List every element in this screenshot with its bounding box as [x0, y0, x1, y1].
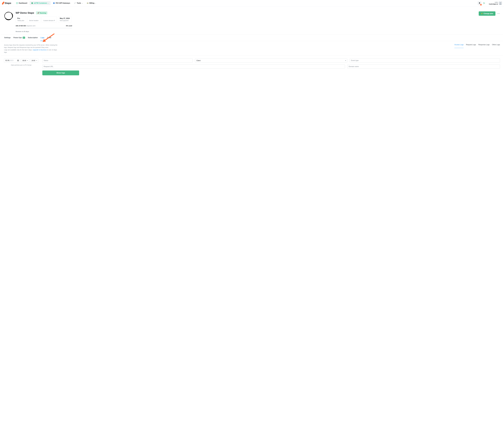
wrench-icon: [74, 2, 76, 4]
user-block[interactable]: Hello ira@stape.io: [489, 1, 502, 5]
usage-count: 336 of 500 000: [16, 25, 26, 26]
svg-rect-3: [17, 3, 18, 4]
rocket-icon: 🚀: [37, 12, 39, 14]
custom-domain-label: Custom domain IP: [43, 20, 55, 21]
tab-powerups-label: Power-Ups: [13, 37, 22, 39]
notifications-button[interactable]: 4: [477, 1, 481, 5]
usage-progress-bar: [16, 28, 72, 28]
usage-percent: 0% used: [66, 25, 72, 26]
tab-settings-label: Settings: [4, 37, 11, 39]
nav-fbcapi-label: FB CAPI Gateways: [56, 2, 70, 4]
logout-icon: [483, 2, 485, 4]
container-title: WP Demo Stape: [16, 11, 34, 14]
bolt-icon: ⚡: [481, 13, 483, 15]
svg-marker-5: [53, 2, 55, 4]
calendar-icon: [17, 60, 19, 61]
nav-dashboard-label: Dashboard: [19, 2, 27, 4]
svg-point-11: [5, 12, 13, 19]
container-avatar-icon: [4, 11, 13, 20]
logo-icon: [2, 2, 4, 5]
logs-desc-line1: Access logs show the requests received b…: [4, 44, 61, 49]
plan-sub: Yearly plan: [17, 20, 24, 21]
domain-name-input[interactable]: [347, 64, 500, 69]
info-cards: Pro Yearly plan Server location Custom d…: [16, 16, 476, 23]
nav-sgtm-containers[interactable]: sGTM Containers ⌄: [30, 1, 51, 5]
date-year: 2023: [10, 60, 13, 61]
event-type-input[interactable]: [350, 58, 500, 63]
tab-logs-label: Logs: [41, 37, 44, 39]
avatar: [499, 1, 502, 5]
subtab-access-logs[interactable]: Access Logs: [454, 44, 464, 48]
hexagon-icon: [53, 2, 55, 4]
logout-button[interactable]: [482, 1, 486, 5]
upgrade-link[interactable]: Upgrade to Business: [33, 49, 47, 51]
more-options-button[interactable]: •••: [497, 12, 500, 15]
plan-name: Pro: [17, 17, 24, 19]
change-plan-label: Change plan: [484, 13, 493, 15]
nav-tools-label: Tools: [77, 2, 81, 4]
bell-icon: [479, 2, 480, 4]
chevron-down-icon: ⌄: [95, 2, 96, 4]
server-location-label: Server location: [29, 20, 38, 21]
renews-label: Renews in 25 days: [16, 31, 476, 32]
usage-label: requests sent: [26, 25, 35, 26]
status-input[interactable]: [42, 58, 193, 63]
tab-settings[interactable]: Settings: [4, 35, 11, 41]
svg-rect-7: [87, 3, 89, 3]
show-logs-label: Show logs: [56, 72, 65, 74]
nav-dashboard[interactable]: Dashboard: [15, 1, 29, 5]
panel-header: WP Demo Stape 🚀 Running Pro Yearly plan …: [1, 8, 503, 34]
usage-row: 336 of 500 000 requests sent 0% used: [16, 25, 72, 26]
show-logs-button[interactable]: Show logs: [42, 70, 79, 75]
nav-fb-capi[interactable]: FB CAPI Gateways: [51, 1, 72, 5]
status-badge: 🚀 Running: [36, 11, 47, 14]
server-location-card: Server location: [27, 16, 40, 23]
nav-billing-label: Billing: [90, 2, 94, 4]
user-icon: [499, 2, 502, 5]
time-from-select[interactable]: 00:00: [21, 58, 29, 63]
credit-card-icon: [87, 2, 89, 4]
hexagon-icon: [31, 2, 33, 4]
powerups-badge: 2: [23, 37, 25, 39]
subtab-request-logs[interactable]: Request Logs: [466, 44, 476, 48]
logs-desc-line2a: Logs are available only for the last 3 d…: [4, 49, 33, 51]
tab-subscription[interactable]: Subscription: [28, 35, 38, 41]
request-url-input[interactable]: [42, 64, 345, 69]
next-payment-date: May 27, 2024: [60, 17, 70, 19]
nav-billing[interactable]: Billing ⌄: [85, 1, 98, 5]
date-input[interactable]: 02.05.2023: [4, 58, 20, 63]
date-dm: 02.05.: [5, 60, 10, 61]
subtab-response-logs[interactable]: Response Logs: [478, 44, 490, 48]
container-tabs: Settings Power-Ups 2 Subscription Logs C…: [1, 34, 503, 41]
subtab-access-label: Access Logs: [454, 44, 464, 45]
svg-marker-4: [31, 2, 33, 4]
svg-point-8: [500, 2, 501, 3]
tab-power-ups[interactable]: Power-Ups 2: [13, 35, 25, 41]
svg-rect-0: [16, 2, 17, 3]
user-greeting: Hello: [489, 1, 498, 3]
change-plan-button[interactable]: ⚡ Change plan: [479, 11, 495, 16]
custom-domain-card: Custom domain IP: [42, 16, 57, 23]
notification-badge: 4: [480, 4, 482, 5]
user-email: ira@stape.io: [489, 3, 498, 5]
container-panel: WP Demo Stape 🚀 Running Pro Yearly plan …: [1, 8, 503, 79]
subtab-other-label: Other Logs: [492, 44, 500, 45]
subtab-other-logs[interactable]: Other Logs: [492, 44, 500, 48]
logs-description: Access logs show the requests received b…: [4, 44, 61, 53]
status-label: Running: [40, 12, 46, 14]
svg-rect-1: [17, 2, 18, 3]
svg-rect-12: [18, 60, 19, 61]
next-payment-label: Next payment: [60, 20, 70, 21]
chevron-down-icon: ⌄: [48, 2, 49, 4]
logo[interactable]: Stape: [2, 2, 11, 5]
plan-card: Pro Yearly plan: [16, 16, 26, 23]
tab-subscription-label: Subscription: [28, 37, 38, 39]
time-to-select[interactable]: 24:00: [30, 58, 38, 63]
nav-tools[interactable]: Tools ⌄: [72, 1, 84, 5]
logs-section-header: Access logs show the requests received b…: [1, 41, 503, 55]
client-select[interactable]: Client: [195, 58, 347, 63]
logs-filters: 02.05.2023 00:00 24:00 Date and time are…: [1, 55, 503, 79]
grid-icon: [16, 2, 18, 4]
chevron-down-icon: ⌄: [82, 2, 83, 4]
next-payment-card: May 27, 2024 Next payment: [58, 16, 71, 23]
